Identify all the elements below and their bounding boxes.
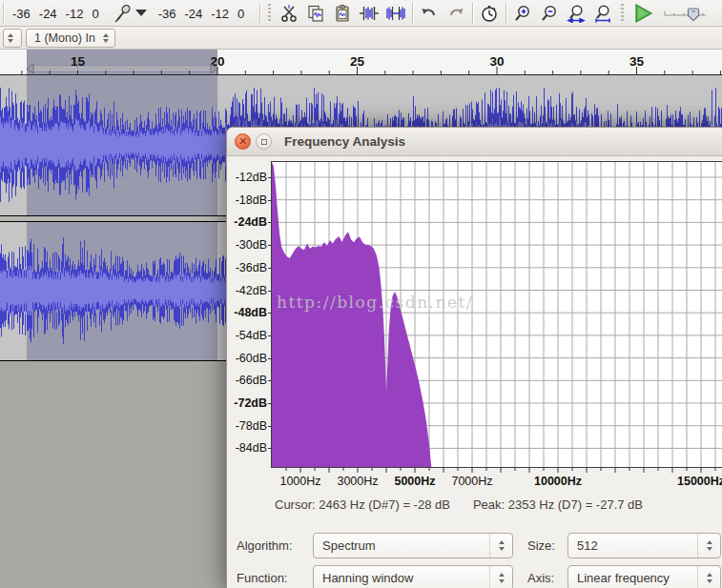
size-select[interactable]: 512 [567, 533, 721, 558]
minimize-button[interactable] [256, 133, 272, 150]
y-axis-tick-label: -30dB [227, 238, 267, 252]
trim-audio-icon [359, 4, 380, 23]
x-axis-tick-label: 10000Hz [534, 475, 582, 488]
frequency-analysis-dialog: ✕ Frequency Analysis -12dB-18dB-24dB-30d… [226, 127, 722, 588]
y-axis-tick-label: -18dB [227, 193, 267, 207]
toolbar-grip[interactable] [266, 4, 273, 23]
play-button[interactable] [629, 1, 657, 26]
timeline-ruler[interactable]: 1520253035 [0, 50, 722, 75]
recording-volume-slider[interactable] [663, 4, 707, 23]
close-button[interactable]: ✕ [235, 133, 251, 150]
scissors-icon [279, 4, 299, 23]
microphone-icon [113, 4, 131, 23]
size-label: Size: [527, 538, 555, 553]
dialog-title: Frequency Analysis [284, 134, 405, 149]
meter-scale-value: 0 [92, 7, 98, 21]
meter-scale-value: 0 [237, 7, 244, 21]
meter-scale-value: -36 [12, 7, 31, 21]
redo-button[interactable] [444, 2, 468, 25]
y-axis-tick-label: -66dB [227, 374, 267, 387]
x-axis-tick-label: 5000Hz [394, 475, 435, 488]
slider-thumb [689, 9, 699, 21]
redo-icon [446, 4, 465, 23]
y-axis-tick-label: -54dB [227, 329, 267, 342]
zoom-selection-button[interactable] [564, 2, 588, 25]
y-axis-tick-label: -72dB [227, 396, 267, 410]
x-axis-tick-label: 15000Hz [677, 475, 722, 488]
toolbar-separator [412, 3, 413, 24]
undo-icon [420, 4, 439, 23]
algorithm-label: Algorithm: [237, 538, 293, 553]
clock-icon [480, 4, 499, 23]
play-icon [631, 2, 654, 25]
device-toolbar: 1 (Mono) In [0, 27, 722, 50]
meter-scale-value: -12 [211, 7, 229, 21]
ruler-label: 25 [350, 54, 365, 69]
copy-icon [306, 4, 325, 23]
ruler-label: 15 [71, 54, 86, 69]
zoom-selection-icon [567, 4, 586, 23]
y-axis-tick-label: -84dB [227, 441, 267, 455]
silence-audio-icon [385, 4, 406, 23]
toolbar-separator [3, 3, 4, 24]
left-spinner[interactable] [3, 29, 22, 48]
meter-scale-value: -12 [66, 7, 84, 21]
function-label: Function: [237, 571, 287, 585]
axis-select[interactable]: Linear frequency [567, 565, 721, 588]
y-axis-tick-label: -78dB [227, 419, 267, 433]
algorithm-value: Spectrum [314, 538, 489, 553]
paste-button[interactable] [330, 2, 355, 25]
chevron-down-icon [135, 10, 147, 16]
paste-icon [333, 4, 352, 23]
meter-scale-value: -24 [184, 7, 202, 21]
zoom-out-icon [540, 4, 559, 23]
toolbar-separator [472, 3, 473, 24]
axis-value: Linear frequency [568, 571, 697, 585]
y-axis-tick-label: -24dB [227, 215, 267, 229]
playback-meter[interactable]: -36-24-120 [153, 6, 258, 21]
y-axis-tick-label: -48dB [227, 306, 267, 319]
meter-input-source[interactable] [113, 4, 147, 23]
function-select[interactable]: Hanning window [313, 565, 513, 588]
peak-readout: Peak: 2353 Hz (D7) = -27.7 dB [473, 497, 643, 512]
zoom-fit-icon [593, 4, 612, 23]
meter-scale-value: -24 [39, 7, 57, 21]
zoom-in-button[interactable] [510, 2, 535, 25]
recording-meter[interactable]: -36-24-120 [7, 6, 112, 21]
dialog-titlebar[interactable]: ✕ Frequency Analysis [227, 128, 722, 156]
meter-scale-value: -36 [158, 7, 176, 21]
algorithm-select[interactable]: Spectrum [313, 533, 513, 558]
ruler-label: 30 [489, 54, 504, 69]
undo-button[interactable] [417, 2, 442, 25]
x-axis-tick-label: 1000Hz [279, 475, 320, 488]
input-channels-value: 1 (Mono) In [34, 31, 95, 45]
main-toolbar: -36-24-120 -36-24-120 [0, 0, 722, 27]
x-axis-tick-label: 3000Hz [337, 475, 378, 488]
copy-button[interactable] [303, 2, 328, 25]
timer-record-button[interactable] [477, 2, 502, 25]
audacity-window: -36-24-120 -36-24-120 [0, 0, 722, 588]
input-channels-select[interactable]: 1 (Mono) In [26, 29, 115, 48]
zoom-out-button[interactable] [537, 2, 562, 25]
x-axis-tick-label: 7000Hz [451, 475, 492, 488]
axis-label: Axis: [527, 571, 554, 585]
trim-outside-selection-button[interactable] [357, 2, 382, 25]
ruler-label: 35 [629, 54, 645, 69]
y-axis-tick-label: -60dB [227, 352, 267, 365]
y-axis-tick-label: -36dB [227, 261, 267, 274]
cut-button[interactable] [277, 2, 301, 25]
toolbar-separator [259, 3, 260, 24]
cursor-readout: Cursor: 2463 Hz (D#7) = -28 dB [275, 497, 450, 512]
zoom-fit-button[interactable] [590, 2, 615, 25]
status-row: Cursor: 2463 Hz (D#7) = -28 dB Peak: 235… [275, 497, 643, 512]
y-axis-tick-label: -42dB [227, 284, 267, 297]
zoom-in-icon [513, 4, 532, 23]
silence-selection-button[interactable] [383, 2, 408, 25]
y-axis-tick-label: -12dB [227, 171, 267, 184]
spectrum-plot[interactable] [271, 161, 722, 476]
toolbar-grip[interactable] [619, 4, 626, 23]
toolbar-separator [505, 3, 506, 24]
function-value: Hanning window [314, 571, 489, 585]
size-value: 512 [568, 538, 697, 553]
